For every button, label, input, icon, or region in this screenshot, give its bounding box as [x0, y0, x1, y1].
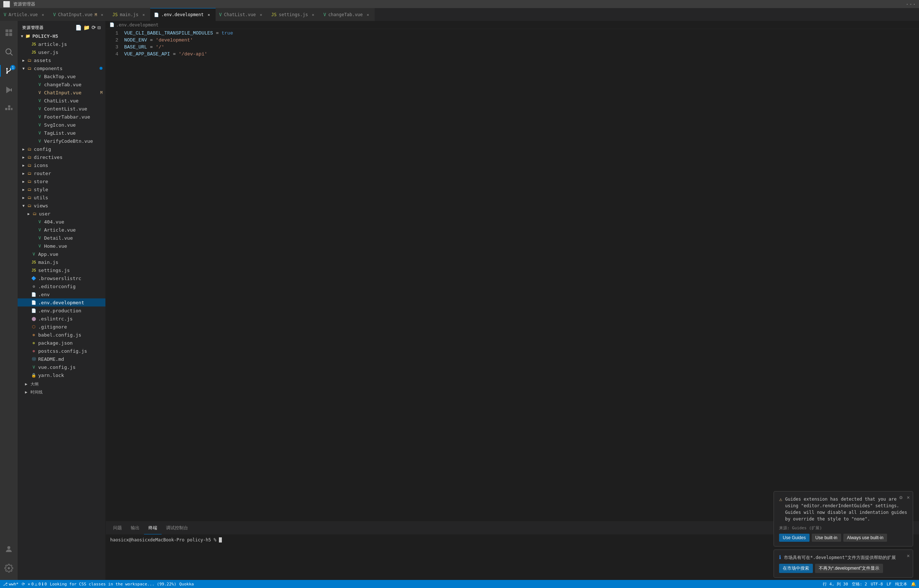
project-root[interactable]: ▼ 📁 POLICY-H5 [18, 32, 105, 40]
tab-close-icon[interactable]: × [99, 12, 105, 18]
status-errors[interactable]: ✕ 0 △ 0 ℹ 0 [28, 582, 47, 586]
file-article-vue-views[interactable]: V Article.vue [18, 226, 105, 234]
status-position[interactable]: 行 4, 列 30 [823, 582, 848, 587]
panel-tab-problems[interactable]: 问题 [109, 522, 126, 535]
activity-explorer[interactable] [0, 24, 18, 42]
account-icon [5, 545, 13, 554]
status-quokka[interactable]: Quokka [179, 582, 194, 586]
use-guides-button[interactable]: Use Guides [779, 534, 810, 542]
more-options-icon[interactable]: ··· [905, 1, 916, 8]
file-main-js[interactable]: JS main.js [18, 258, 105, 266]
file-chatinput-vue[interactable]: V ChatInput.vue M [18, 89, 105, 97]
file-package-json[interactable]: ⊛ package.json [18, 339, 105, 347]
tab-close-icon[interactable]: × [206, 12, 212, 18]
panel-tab-terminal[interactable]: 终端 [144, 522, 162, 535]
activity-extensions[interactable] [0, 100, 18, 118]
file-eslintrc-js[interactable]: ⬤ .eslintrc.js [18, 315, 105, 323]
tab-changetab-vue[interactable]: V changeTab.vue × [319, 8, 374, 21]
status-spaces[interactable]: 空格: 2 [852, 582, 867, 587]
file-contentlist-vue[interactable]: V ContentList.vue [18, 105, 105, 113]
section-shijianxian[interactable]: ▶ 时间线 [18, 387, 105, 395]
folder-config[interactable]: ▶ 🗂 config [18, 145, 105, 153]
tab-close-icon[interactable]: × [310, 12, 316, 18]
panel-tab-output[interactable]: 输出 [126, 522, 144, 535]
folder-icons[interactable]: ▶ 🗂 icons [18, 161, 105, 169]
status-language[interactable]: 纯文本 [895, 582, 907, 587]
file-404-vue[interactable]: V 404.vue [18, 218, 105, 226]
notif-gear-icon[interactable]: ⚙ [900, 494, 903, 500]
file-app-vue[interactable]: V App.vue [18, 250, 105, 258]
svg-rect-12 [8, 105, 10, 108]
tab-close-icon[interactable]: × [258, 12, 264, 18]
folder-user[interactable]: ▶ 🗂 user [18, 210, 105, 218]
file-env-production[interactable]: 📄 .env.production [18, 307, 105, 315]
new-folder-icon[interactable]: 📁 [83, 24, 90, 31]
notification-market: × ℹ 市场具有可在*.development"文件方面提供帮助的扩展 在市场中… [773, 549, 913, 578]
status-sync[interactable]: ⟳ [22, 582, 25, 586]
file-yarn-lock[interactable]: 🔒 yarn.lock [18, 371, 105, 379]
dont-show-button[interactable]: 不再为*.development"文件显示 [815, 564, 883, 573]
file-verifycodebtn-vue[interactable]: V VerifyCodeBtn.vue [18, 137, 105, 145]
file-gitignore[interactable]: ⬡ .gitignore [18, 323, 105, 331]
folder-style[interactable]: ▶ 🗂 style [18, 185, 105, 194]
file-postcss-config[interactable]: ⊛ postcss.config.js [18, 347, 105, 355]
code-editor[interactable]: 1 VUE_CLI_BABEL_TRANSPILE_MODULES = true… [106, 29, 919, 521]
search-market-button[interactable]: 在市场中搜索 [779, 564, 813, 573]
new-file-icon[interactable]: 📄 [75, 24, 82, 31]
file-chatlist-vue[interactable]: V ChatList.vue [18, 97, 105, 105]
tab-chatinput-vue[interactable]: V ChatInput.vue M × [50, 8, 109, 21]
folder-components[interactable]: ▼ 🗂 components [18, 64, 105, 72]
file-svgicon-vue[interactable]: V SvgIcon.vue [18, 121, 105, 129]
refresh-icon[interactable]: ⟳ [91, 24, 96, 31]
tab-article-vue[interactable]: V Article.vue × [0, 8, 50, 21]
always-use-builtin-button[interactable]: Always use built-in [843, 534, 887, 542]
tab-settings-js[interactable]: JS settings.js × [267, 8, 319, 21]
folder-assets[interactable]: ▶ 🗂 assets [18, 56, 105, 64]
file-vue-config-js[interactable]: V vue.config.js [18, 363, 105, 371]
svg-rect-13 [8, 108, 10, 110]
activity-search[interactable] [0, 43, 18, 61]
status-notifications[interactable]: 🔔 [911, 582, 916, 586]
folder-directives[interactable]: ▶ 🗂 directives [18, 153, 105, 161]
status-line-ending[interactable]: LF [887, 582, 891, 586]
file-env[interactable]: 📄 .env [18, 290, 105, 299]
section-daggang[interactable]: ▶ 大纲 [18, 379, 105, 387]
file-browserslistrc[interactable]: 🔷 .browserslistrc [18, 274, 105, 282]
tab-close-icon[interactable]: × [365, 12, 371, 18]
status-encoding[interactable]: UTF-8 [871, 582, 883, 586]
panel-tab-debug[interactable]: 调试控制台 [162, 522, 193, 535]
collapse-icon[interactable]: ⊟ [98, 24, 101, 31]
folder-router[interactable]: ▶ 🗂 router [18, 169, 105, 177]
tab-env-development[interactable]: 📄 .env.development × [150, 8, 216, 21]
file-editorconfig[interactable]: ⚙ .editorconfig [18, 282, 105, 290]
use-builtin-button[interactable]: Use built-in [812, 534, 841, 542]
tab-label: settings.js [279, 12, 308, 17]
file-readme-md[interactable]: Ⓜ README.md [18, 355, 105, 363]
tab-close-icon[interactable]: × [40, 12, 46, 18]
file-home-vue[interactable]: V Home.vue [18, 242, 105, 250]
file-babel-config[interactable]: ⊗ babel.config.js [18, 331, 105, 339]
folder-store[interactable]: ▶ 🗂 store [18, 177, 105, 185]
file-changetab-vue[interactable]: V changeTab.vue [18, 81, 105, 89]
notif-close-icon[interactable]: × [907, 494, 910, 500]
file-taglist-vue[interactable]: V TagList.vue [18, 129, 105, 137]
folder-views[interactable]: ▼ 🗂 views [18, 202, 105, 210]
tab-close-icon[interactable]: × [141, 12, 147, 18]
file-env-development[interactable]: 📄 .env.development [18, 299, 105, 307]
activity-settings[interactable] [0, 559, 18, 577]
notif-close-icon[interactable]: × [907, 553, 910, 559]
file-footertabbar-vue[interactable]: V FooterTabbar.vue [18, 113, 105, 121]
activity-run[interactable] [0, 81, 18, 99]
file-backtop-vue[interactable]: V BackTop.vue [18, 72, 105, 81]
file-settings-js[interactable]: JS settings.js [18, 266, 105, 274]
activity-source-control[interactable]: 1 [0, 62, 18, 80]
tab-main-js[interactable]: JS main.js × [109, 8, 150, 21]
folder-utils[interactable]: ▶ 🗂 utils [18, 194, 105, 202]
file-article-js[interactable]: JS article.js [18, 40, 105, 48]
file-detail-vue[interactable]: V Detail.vue [18, 234, 105, 242]
activity-account[interactable] [0, 540, 18, 558]
file-user-js[interactable]: JS user.js [18, 48, 105, 56]
folder-icon: 🗂 [26, 146, 32, 152]
tab-chatlist-vue[interactable]: V ChatList.vue × [216, 8, 268, 21]
status-branch[interactable]: ⎇ wwh* [3, 582, 19, 586]
